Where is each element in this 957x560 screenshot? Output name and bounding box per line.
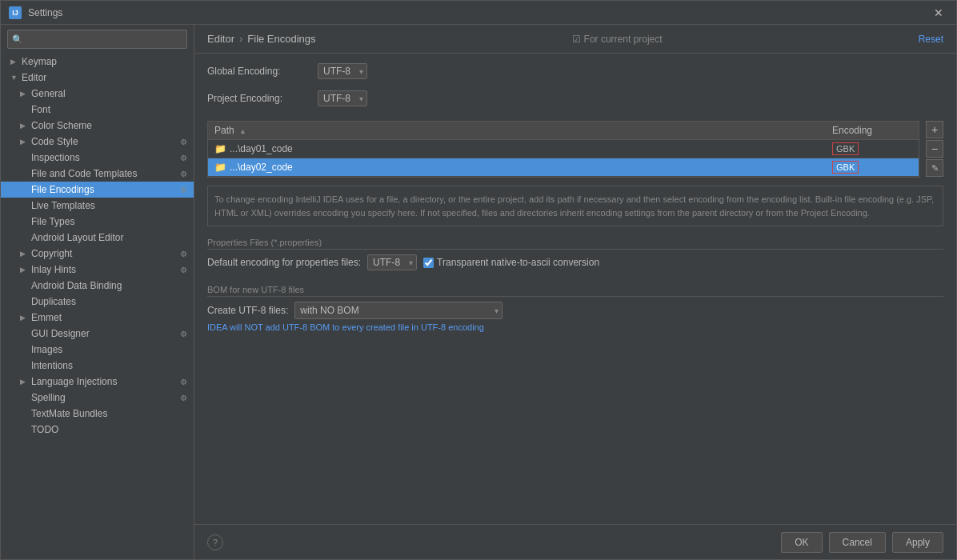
settings-badge: ⚙	[180, 330, 187, 338]
settings-badge: ⚙	[180, 250, 187, 258]
sidebar-item-label: File Encodings	[31, 184, 94, 195]
global-encoding-select-wrapper: UTF-8	[318, 63, 367, 79]
main-content: 🔍 ▶ Keymap ▼ Editor ▶ General	[1, 25, 956, 559]
global-encoding-select[interactable]: UTF-8	[318, 63, 367, 79]
sidebar-item-label: Android Layout Editor	[31, 232, 123, 243]
transparent-conversion-label: Transparent native-to-ascii conversion	[437, 257, 599, 268]
project-encoding-select[interactable]: UTF-8	[318, 90, 367, 106]
col-encoding-header: Encoding	[832, 125, 912, 136]
sidebar-item-file-types[interactable]: File Types	[1, 214, 194, 230]
sidebar-item-images[interactable]: Images	[1, 342, 194, 358]
sidebar-item-label: Intentions	[31, 360, 73, 371]
sidebar-item-duplicates[interactable]: Duplicates	[1, 294, 194, 310]
bom-note-suffix: to every created file in UTF-8 encoding	[330, 322, 484, 332]
sidebar-item-textmate-bundles[interactable]: TextMate Bundles	[1, 406, 194, 422]
default-encoding-label: Default encoding for properties files:	[207, 257, 361, 268]
apply-button[interactable]: Apply	[892, 532, 943, 553]
table-row[interactable]: 📁 ...\day02_code GBK	[208, 158, 919, 177]
sidebar-item-label: Images	[31, 344, 62, 355]
row-path: ...\day01_code	[230, 143, 832, 154]
expand-icon: ▼	[10, 74, 18, 82]
footer-buttons: OK Cancel Apply	[781, 532, 943, 553]
sidebar-item-label: TextMate Bundles	[31, 408, 107, 419]
search-icon: 🔍	[12, 34, 23, 45]
table-row[interactable]: 📁 ...\day01_code GBK	[208, 140, 919, 158]
sidebar-item-editor[interactable]: ▼ Editor	[1, 70, 194, 86]
expand-icon	[20, 154, 28, 162]
cancel-button[interactable]: Cancel	[829, 532, 886, 553]
bom-select[interactable]: with NO BOM with BOM	[294, 302, 503, 319]
expand-icon: ▶	[20, 378, 28, 386]
sidebar-item-label: File Types	[31, 216, 74, 227]
sidebar-item-keymap[interactable]: ▶ Keymap	[1, 54, 194, 70]
sidebar-item-label: Live Templates	[31, 200, 95, 211]
sidebar-item-file-encodings[interactable]: File Encodings ⚙	[1, 182, 194, 198]
add-row-button[interactable]: +	[926, 121, 943, 138]
expand-icon	[20, 362, 28, 370]
sidebar-item-gui-designer[interactable]: GUI Designer ⚙	[1, 326, 194, 342]
settings-dialog: IJ Settings ✕ 🔍 ▶ Keymap ▼	[0, 0, 957, 560]
sidebar-item-android-layout-editor[interactable]: Android Layout Editor	[1, 230, 194, 246]
footer-left: ?	[207, 534, 223, 550]
sidebar-item-code-style[interactable]: ▶ Code Style ⚙	[1, 134, 194, 150]
expand-icon	[20, 330, 28, 338]
sidebar-item-emmet[interactable]: ▶ Emmet	[1, 310, 194, 326]
for-project-label: ☑ For current project	[572, 34, 663, 45]
expand-icon: ▶	[20, 266, 28, 274]
settings-badge: ⚙	[180, 154, 187, 162]
reset-button[interactable]: Reset	[919, 34, 943, 45]
breadcrumb-current: File Encodings	[247, 33, 315, 45]
bom-select-wrapper: with NO BOM with BOM	[294, 302, 503, 319]
transparent-conversion-checkbox[interactable]: Transparent native-to-ascii conversion	[423, 257, 599, 268]
sidebar-item-copyright[interactable]: ▶ Copyright ⚙	[1, 246, 194, 262]
sidebar-item-font[interactable]: Font	[1, 102, 194, 118]
expand-icon	[20, 106, 28, 114]
edit-row-button[interactable]: ✎	[926, 159, 943, 177]
default-encoding-row: Default encoding for properties files: U…	[207, 254, 943, 270]
sidebar-item-live-templates[interactable]: Live Templates	[1, 198, 194, 214]
content-area: Editor › File Encodings ☑ For current pr…	[194, 25, 956, 559]
sidebar-item-android-data-binding[interactable]: Android Data Binding	[1, 278, 194, 294]
properties-encoding-select-wrapper: UTF-8	[367, 254, 417, 270]
bom-note-prefix: IDEA will NOT add	[207, 322, 282, 332]
sidebar-item-color-scheme[interactable]: ▶ Color Scheme	[1, 118, 194, 134]
search-input[interactable]	[7, 30, 187, 49]
properties-encoding-select[interactable]: UTF-8	[367, 254, 417, 270]
settings-badge: ⚙	[180, 170, 187, 178]
sidebar-item-label: General	[31, 88, 66, 99]
svg-text:IJ: IJ	[12, 9, 18, 17]
expand-icon	[20, 394, 28, 402]
create-utf8-row: Create UTF-8 files: with NO BOM with BOM	[207, 302, 943, 319]
title-bar: IJ Settings ✕	[1, 1, 956, 25]
expand-icon	[20, 170, 28, 178]
encoding-badge: GBK	[832, 142, 859, 155]
content-header: Editor › File Encodings ☑ For current pr…	[194, 25, 956, 54]
sidebar-item-inlay-hints[interactable]: ▶ Inlay Hints ⚙	[1, 262, 194, 278]
sidebar-item-file-code-templates[interactable]: File and Code Templates ⚙	[1, 166, 194, 182]
path-col-label: Path	[214, 125, 234, 136]
remove-row-button[interactable]: −	[926, 140, 943, 158]
sidebar-item-label: Keymap	[22, 56, 57, 67]
settings-badge: ⚙	[180, 394, 187, 402]
expand-icon	[20, 346, 28, 354]
help-button[interactable]: ?	[207, 534, 223, 550]
sidebar-item-language-injections[interactable]: ▶ Language Injections ⚙	[1, 374, 194, 390]
sort-icon: ▲	[239, 127, 246, 135]
sidebar-item-general[interactable]: ▶ General	[1, 86, 194, 102]
transparent-checkbox-input[interactable]	[423, 258, 434, 268]
window-title: Settings	[28, 7, 62, 18]
expand-icon	[20, 202, 28, 210]
sidebar-item-inspections[interactable]: Inspections ⚙	[1, 150, 194, 166]
sidebar-tree: ▶ Keymap ▼ Editor ▶ General Font	[1, 54, 194, 559]
expand-icon	[20, 218, 28, 226]
expand-icon	[20, 410, 28, 418]
sidebar-item-spelling[interactable]: Spelling ⚙	[1, 390, 194, 406]
info-text: To change encoding IntelliJ IDEA uses fo…	[207, 186, 943, 226]
checkbox-icon: ☑	[572, 34, 581, 45]
expand-icon	[20, 282, 28, 290]
sidebar-item-intentions[interactable]: Intentions	[1, 358, 194, 374]
close-button[interactable]: ✕	[929, 5, 948, 21]
folder-icon: 📁	[214, 162, 226, 173]
ok-button[interactable]: OK	[781, 532, 822, 553]
sidebar-item-todo[interactable]: TODO	[1, 422, 194, 438]
